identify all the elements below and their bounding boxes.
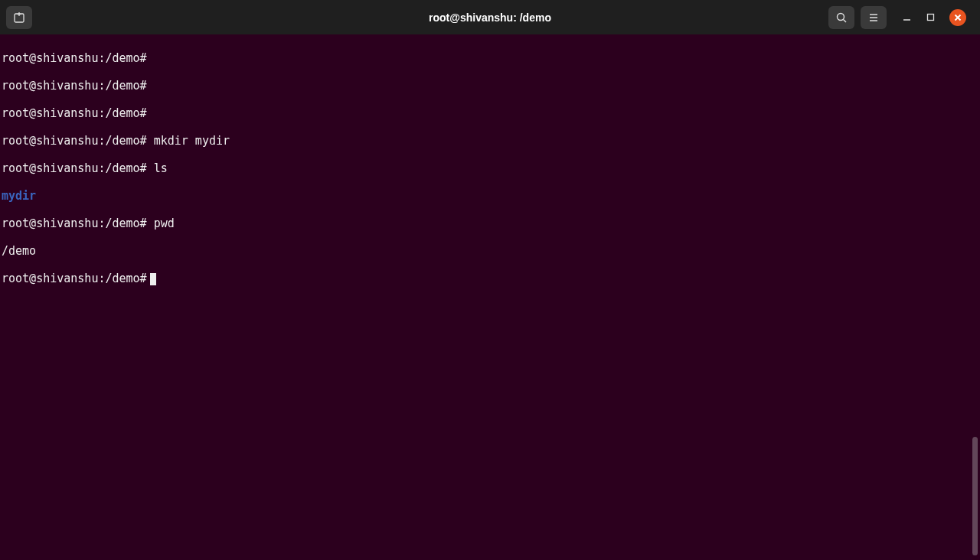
prompt-text: root@shivanshu:/demo#: [2, 161, 147, 175]
minimize-button[interactable]: [902, 12, 912, 22]
prompt-text: root@shivanshu:/demo#: [2, 217, 147, 230]
terminal-line: root@shivanshu:/demo# pwd: [2, 217, 978, 230]
prompt-text: root@shivanshu:/demo#: [2, 51, 147, 65]
command-text: ls: [147, 161, 168, 175]
terminal-line: root@shivanshu:/demo#: [2, 106, 978, 120]
terminal-output-line: /demo: [2, 244, 978, 258]
terminal-line: root@shivanshu:/demo#: [2, 79, 978, 93]
pwd-output: /demo: [2, 244, 36, 258]
minimize-icon: [902, 12, 912, 22]
command-text: mkdir mydir: [147, 134, 230, 148]
svg-point-3: [838, 13, 844, 20]
hamburger-icon: [867, 11, 880, 24]
prompt-text: root@shivanshu:/demo#: [2, 106, 147, 120]
svg-line-4: [844, 19, 847, 22]
prompt-text: root@shivanshu:/demo#: [2, 272, 147, 285]
terminal-content[interactable]: root@shivanshu:/demo# root@shivanshu:/de…: [0, 34, 980, 302]
maximize-button[interactable]: [926, 12, 936, 22]
window-title: root@shivanshu: /demo: [429, 11, 551, 24]
search-icon: [835, 11, 848, 24]
menu-button[interactable]: [861, 6, 887, 29]
terminal-output-line: mydir: [2, 189, 978, 203]
close-icon: [954, 14, 962, 21]
new-tab-button[interactable]: [6, 6, 32, 29]
terminal-line: root@shivanshu:/demo# mkdir mydir: [2, 134, 978, 148]
prompt-text: root@shivanshu:/demo#: [2, 134, 147, 148]
titlebar: root@shivanshu: /demo: [0, 0, 980, 34]
svg-rect-9: [928, 15, 934, 21]
maximize-icon: [926, 12, 936, 22]
terminal-line: root@shivanshu:/demo#: [2, 272, 978, 285]
search-button[interactable]: [828, 6, 854, 29]
new-tab-icon: [13, 11, 25, 24]
terminal-line: root@shivanshu:/demo#: [2, 51, 978, 65]
scrollbar-thumb[interactable]: [972, 437, 978, 555]
ls-directory: mydir: [2, 189, 36, 203]
prompt-text: root@shivanshu:/demo#: [2, 79, 147, 93]
close-button[interactable]: [949, 9, 966, 26]
cursor: [150, 273, 156, 285]
terminal-line: root@shivanshu:/demo# ls: [2, 161, 978, 175]
command-text: pwd: [147, 217, 175, 230]
